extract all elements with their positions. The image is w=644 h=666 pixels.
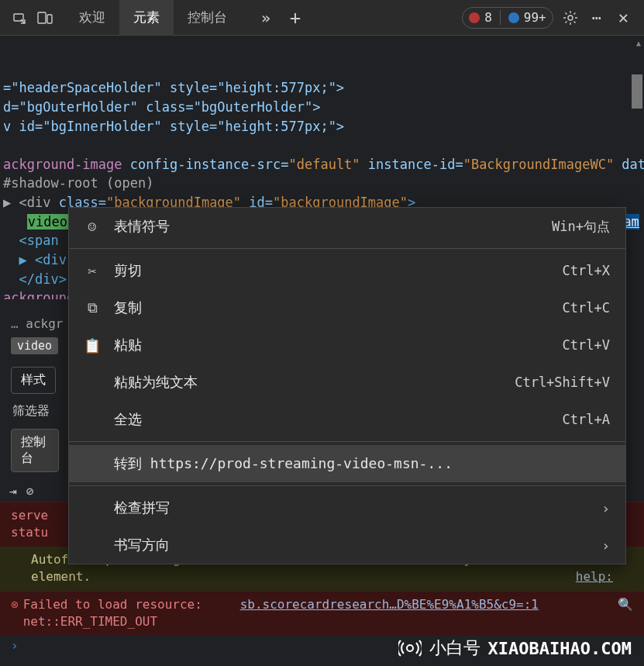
scissors-icon: ✂ bbox=[84, 263, 100, 279]
ctx-paste-plain[interactable]: 粘贴为纯文本 Ctrl+Shift+V bbox=[69, 364, 625, 401]
breadcrumb-ellipsis[interactable]: … bbox=[11, 316, 19, 331]
copy-icon: ⧉ bbox=[84, 299, 100, 316]
watermark-brand: 小白号 XIAOBAIHAO.COM bbox=[398, 637, 632, 660]
kebab-menu-icon[interactable]: ⋯ bbox=[587, 9, 606, 27]
ctx-spellcheck[interactable]: 检查拼写 › bbox=[69, 489, 625, 526]
console-link[interactable]: sb.scorecardresearch…D%BE%E9%A1%B5&c9=:1 bbox=[240, 596, 539, 613]
ctx-writing-direction[interactable]: 书写方向 › bbox=[69, 526, 625, 564]
tab-welcome[interactable]: 欢迎 bbox=[65, 0, 119, 36]
console-link[interactable]: help: bbox=[576, 568, 613, 585]
context-menu: ☺ 表情符号 Win+句点 ✂ 剪切 Ctrl+X ⧉ 复制 Ctrl+C 📋 … bbox=[68, 207, 626, 564]
ctx-cut[interactable]: ✂ 剪切 Ctrl+X bbox=[69, 252, 625, 289]
clear-console-icon[interactable]: ⊘ bbox=[26, 484, 34, 499]
chevron-right-icon: › bbox=[601, 537, 610, 554]
settings-gear-icon[interactable] bbox=[561, 9, 580, 27]
ctx-copy[interactable]: ⧉ 复制 Ctrl+C bbox=[69, 289, 625, 326]
device-icon[interactable] bbox=[36, 9, 54, 27]
emoji-icon: ☺ bbox=[84, 219, 100, 235]
svg-rect-1 bbox=[38, 12, 46, 23]
ctx-goto-url[interactable]: 转到 https://prod-streaming-video-msn-... bbox=[69, 445, 625, 482]
ctx-select-all[interactable]: 全选 Ctrl+A bbox=[69, 401, 625, 438]
search-icon[interactable]: 🔍 bbox=[618, 596, 633, 613]
error-count[interactable]: 8 bbox=[469, 10, 492, 25]
close-icon[interactable]: ✕ bbox=[614, 8, 633, 27]
expand-sidebar-icon[interactable]: ⇥ bbox=[9, 484, 17, 499]
inspect-icon[interactable] bbox=[11, 9, 29, 27]
ctx-paste[interactable]: 📋 粘贴 Ctrl+V bbox=[69, 326, 625, 364]
filter-label[interactable]: 筛选器 bbox=[0, 400, 70, 423]
clipboard-icon: 📋 bbox=[84, 337, 100, 354]
add-tab-icon[interactable]: + bbox=[286, 9, 305, 27]
ctx-emoji[interactable]: ☺ 表情符号 Win+句点 bbox=[69, 208, 625, 245]
tab-console[interactable]: 控制台 bbox=[174, 0, 241, 36]
chevron-right-icon: › bbox=[601, 500, 610, 516]
selected-element-token[interactable]: video bbox=[11, 337, 58, 354]
breadcrumb-item[interactable]: ackgr bbox=[26, 316, 63, 331]
info-count[interactable]: 99+ bbox=[500, 10, 546, 25]
svg-rect-2 bbox=[47, 15, 52, 23]
scroll-thumb[interactable] bbox=[632, 74, 642, 109]
tab-console-drawer[interactable]: 控制台 bbox=[11, 429, 59, 472]
issue-badges[interactable]: 8 99+ bbox=[462, 7, 553, 29]
console-error-row[interactable]: ⊗ Failed to load resource: net::ERR_TIME… bbox=[0, 591, 644, 636]
svg-point-3 bbox=[568, 16, 573, 20]
more-tabs-icon[interactable]: » bbox=[257, 9, 275, 27]
tab-elements[interactable]: 元素 bbox=[119, 0, 174, 36]
error-dot-icon: ⊗ bbox=[11, 596, 19, 613]
svg-point-4 bbox=[407, 645, 413, 651]
tab-styles[interactable]: 样式 bbox=[11, 367, 56, 394]
